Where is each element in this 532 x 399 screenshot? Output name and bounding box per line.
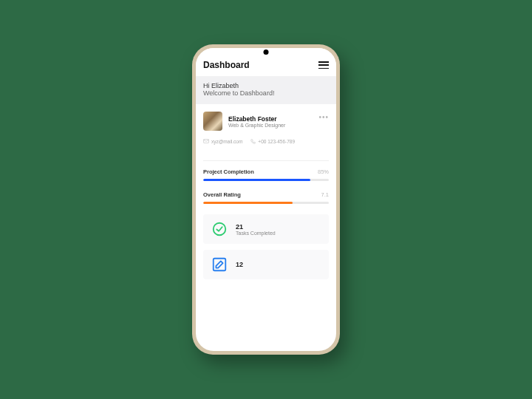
progress-fill-0: [203, 179, 310, 181]
page-title: Dashboard: [203, 60, 250, 70]
profile-info: Elizabeth Foster Web & Graphic Designer: [228, 115, 329, 128]
phone-frame: Dashboard Hi Elizabeth Welcome to Dashbo…: [192, 44, 340, 355]
svg-rect-2: [214, 259, 226, 271]
stat-label-0: Tasks Completed: [236, 231, 321, 236]
svg-rect-0: [204, 139, 209, 143]
menu-button[interactable]: [318, 61, 329, 69]
stats-list: 21 Tasks Completed 12: [196, 214, 336, 279]
progress-section-0: Project Completion 85%: [196, 161, 336, 184]
progress-bar-0: [203, 179, 329, 181]
avatar: [203, 112, 222, 131]
phone-screen: Dashboard Hi Elizabeth Welcome to Dashbo…: [196, 48, 336, 351]
progress-bar-1: [203, 202, 329, 204]
progress-section-1: Overall Rating 7.1: [196, 184, 336, 207]
phone-contact[interactable]: +00 123-456-789: [250, 138, 295, 144]
phone-text: +00 123-456-789: [258, 139, 295, 144]
stat-number-0: 21: [236, 223, 321, 231]
stat-number-1: 12: [236, 261, 321, 268]
more-options-button[interactable]: •••: [318, 113, 329, 121]
phone-icon: [250, 138, 256, 144]
profile-role: Web & Graphic Designer: [228, 123, 329, 128]
profile-card: Elizabeth Foster Web & Graphic Designer …: [196, 104, 336, 153]
checkmark-circle-icon: [211, 220, 228, 238]
progress-fill-1: [203, 202, 293, 204]
svg-point-1: [214, 223, 226, 236]
greeting-welcome: Welcome to Dashboard!: [203, 89, 329, 97]
contact-row: xyz@mail.com +00 123-456-789: [203, 138, 329, 144]
email-contact[interactable]: xyz@mail.com: [203, 138, 242, 144]
greeting-banner: Hi Elizabeth Welcome to Dashboard!: [196, 76, 336, 104]
camera-notch: [264, 50, 269, 55]
mail-icon: [203, 138, 209, 144]
profile-name: Elizabeth Foster: [228, 115, 329, 123]
profile-top: Elizabeth Foster Web & Graphic Designer …: [203, 112, 329, 131]
progress-label-0: Project Completion: [203, 168, 254, 175]
progress-value-1: 7.1: [321, 191, 329, 198]
progress-label-1: Overall Rating: [203, 191, 241, 198]
email-text: xyz@mail.com: [211, 139, 242, 144]
greeting-hi: Hi Elizabeth: [203, 82, 329, 89]
stat-card-tasks-completed[interactable]: 21 Tasks Completed: [203, 214, 329, 244]
edit-square-icon: [211, 256, 228, 273]
stat-card-edit[interactable]: 12: [203, 250, 329, 279]
progress-value-0: 85%: [318, 168, 329, 175]
